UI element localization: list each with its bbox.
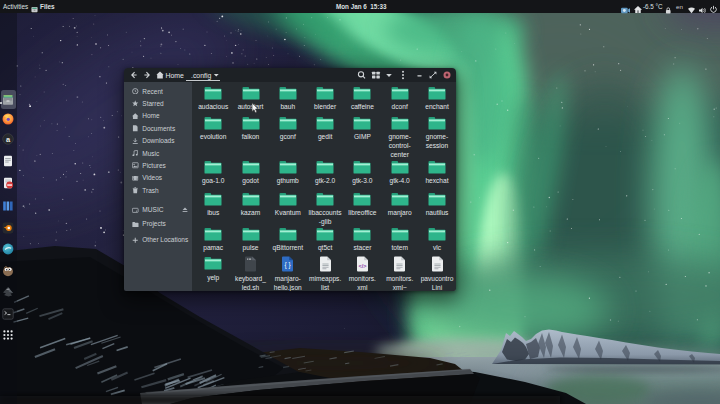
svg-text:{ }: { }	[285, 261, 292, 269]
svg-text:</>: </>	[358, 263, 367, 269]
